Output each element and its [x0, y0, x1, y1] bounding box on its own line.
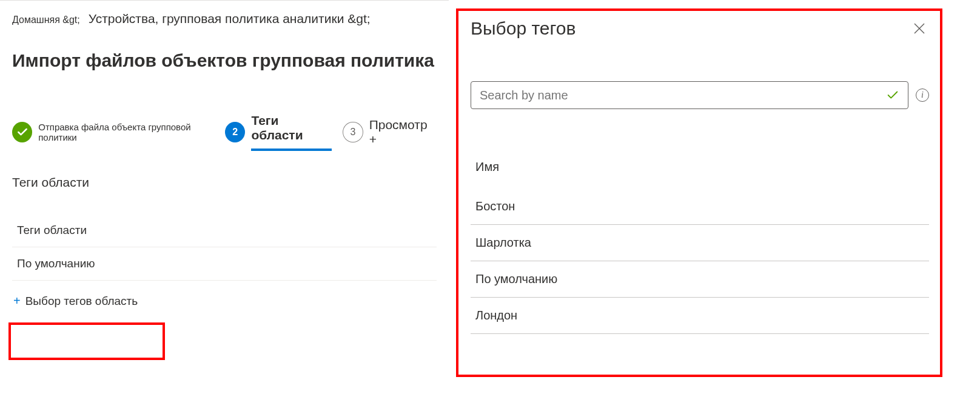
step-upload-label: Отправка файла объекта групповой политик…	[38, 122, 227, 142]
tag-item[interactable]: Лондон	[471, 298, 929, 334]
search-box[interactable]	[471, 81, 908, 109]
tag-item[interactable]: По умолчанию	[471, 261, 929, 298]
tag-item[interactable]: Бостон	[471, 189, 929, 225]
table-row[interactable]: По умолчанию	[12, 247, 437, 281]
step-review-label: Просмотр +	[369, 118, 437, 147]
breadcrumb-home[interactable]: Домашняя &gt;	[12, 15, 80, 25]
search-input[interactable]	[480, 88, 886, 102]
info-icon[interactable]: i	[916, 88, 929, 102]
step-review[interactable]: 3 Просмотр +	[343, 118, 437, 147]
step-number-icon: 2	[225, 122, 245, 142]
page-title: Импорт файлов объектов групповая политик…	[12, 50, 437, 71]
checkmark-icon	[886, 88, 899, 102]
table-header: Теги области	[12, 214, 437, 247]
select-scope-tags-button[interactable]: + Выбор тегов область	[12, 292, 139, 310]
tag-item[interactable]: Шарлотка	[471, 225, 929, 261]
step-scope-tags[interactable]: 2 Теги области	[225, 113, 332, 151]
close-icon	[912, 21, 927, 36]
tag-list: Имя Бостон Шарлотка По умолчанию Лондон	[471, 152, 929, 334]
section-heading: Теги области	[12, 175, 437, 190]
step-upload[interactable]: Отправка файла объекта групповой политик…	[12, 122, 227, 142]
step-scope-tags-label: Теги области	[251, 113, 332, 151]
scope-tags-table: Теги области По умолчанию	[12, 214, 437, 281]
breadcrumb-devices[interactable]: Устройства, групповая политика аналитики…	[89, 12, 371, 26]
close-button[interactable]	[910, 19, 929, 38]
breadcrumb: Домашняя &gt; Устройства, групповая поли…	[12, 12, 437, 26]
checkmark-icon	[12, 122, 32, 142]
panel-title: Выбор тегов	[471, 18, 576, 39]
step-number-icon: 3	[343, 122, 363, 142]
wizard-steps: Отправка файла объекта групповой политик…	[12, 113, 437, 151]
select-tags-panel: Выбор тегов i Имя Бостон Шарлотка По умо…	[461, 13, 939, 377]
plus-icon: +	[13, 294, 21, 308]
select-scope-tags-label: Выбор тегов область	[25, 295, 138, 308]
tag-list-header: Имя	[471, 152, 929, 189]
